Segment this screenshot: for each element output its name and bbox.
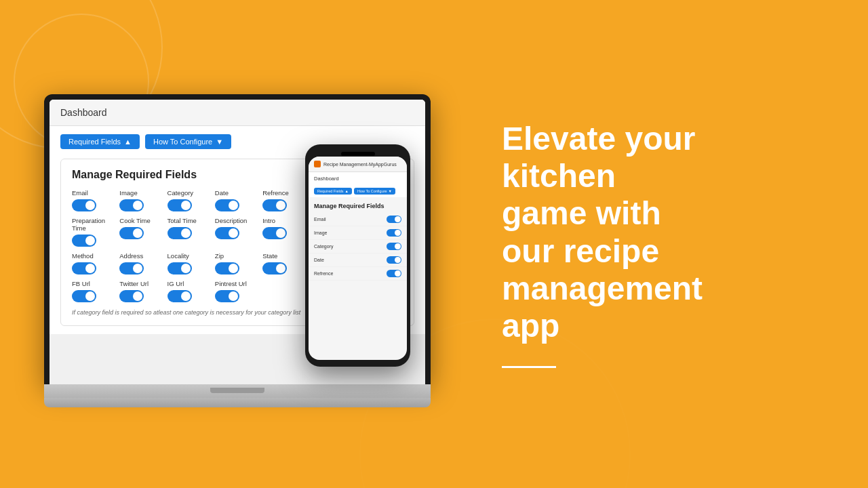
field-email: Email bbox=[72, 189, 117, 211]
toggle-zip[interactable] bbox=[215, 262, 239, 274]
left-section: Dashboard Required Fields ▲ How To Confi… bbox=[0, 0, 475, 488]
toggle-total-time[interactable] bbox=[167, 227, 192, 239]
field-prep-time: Preparation Time bbox=[72, 217, 117, 247]
toggle-method[interactable] bbox=[72, 262, 96, 274]
phone-field-category: Category bbox=[309, 240, 407, 253]
toggle-pintrest-url[interactable] bbox=[215, 290, 239, 302]
field-cook-time: Cook Time bbox=[119, 217, 164, 247]
phone-toggle-image[interactable] bbox=[387, 229, 401, 237]
phone-screen: Recipe Management-MyAppGurus Dashboard R… bbox=[309, 157, 407, 360]
divider-line bbox=[502, 366, 556, 368]
field-total-time: Total Time bbox=[167, 217, 212, 247]
toggle-prep-time[interactable] bbox=[72, 235, 96, 247]
field-address: Address bbox=[119, 252, 164, 274]
how-to-configure-btn[interactable]: How To Configure ▼ bbox=[145, 134, 231, 149]
phone-dashboard-title: Dashboard bbox=[309, 172, 407, 185]
toggle-email[interactable] bbox=[72, 199, 96, 211]
field-refrence: Refrence bbox=[262, 189, 307, 211]
field-intro: Intro bbox=[262, 217, 307, 247]
phone-toggle-email[interactable] bbox=[387, 216, 401, 223]
phone-manage-title: Manage Required Fields bbox=[309, 197, 407, 213]
app-icon bbox=[314, 161, 321, 167]
field-twitter-url: Twitter Url bbox=[119, 280, 164, 302]
field-category: Category bbox=[167, 189, 212, 211]
phone-required-fields-btn[interactable]: Required Fields ▲ bbox=[314, 188, 352, 195]
phone-toggle-date[interactable] bbox=[387, 256, 401, 264]
field-locality: Locality bbox=[167, 252, 212, 274]
state-label: State bbox=[262, 252, 307, 260]
field-method: Method bbox=[72, 252, 117, 274]
phone-ui: Recipe Management-MyAppGurus Dashboard R… bbox=[309, 157, 407, 281]
field-fb-url: FB Url bbox=[72, 280, 117, 302]
phone-btn-row: Required Fields ▲ How To Configure ▼ bbox=[309, 185, 407, 197]
phone-toggle-refrence[interactable] bbox=[387, 270, 401, 277]
phone-chevron-down-icon: ▼ bbox=[389, 189, 392, 193]
phone-toggle-category[interactable] bbox=[387, 243, 401, 250]
toggle-state[interactable] bbox=[262, 262, 287, 274]
field-description: Description bbox=[215, 217, 260, 247]
phone-field-image: Image bbox=[309, 226, 407, 240]
dashboard-header: Dashboard bbox=[50, 100, 425, 126]
field-image: Image bbox=[119, 189, 164, 211]
laptop-notch bbox=[210, 388, 264, 393]
field-date: Date bbox=[215, 189, 260, 211]
toggle-intro[interactable] bbox=[262, 227, 287, 239]
phone-chevron-up-icon: ▲ bbox=[345, 189, 349, 193]
field-state: State bbox=[262, 252, 307, 274]
phone-outer: Recipe Management-MyAppGurus Dashboard R… bbox=[305, 144, 410, 367]
chevron-down-icon: ▼ bbox=[216, 138, 223, 146]
phone-field-refrence: Refrence bbox=[309, 267, 407, 281]
dashboard-title: Dashboard bbox=[60, 107, 107, 118]
right-section: Elevate your kitchen game with our recip… bbox=[475, 0, 868, 488]
laptop: Dashboard Required Fields ▲ How To Confi… bbox=[44, 94, 431, 407]
field-zip: Zip bbox=[215, 252, 260, 274]
toggle-locality[interactable] bbox=[167, 262, 192, 274]
toggle-address[interactable] bbox=[119, 262, 144, 274]
phone: Recipe Management-MyAppGurus Dashboard R… bbox=[305, 144, 410, 367]
phone-field-date: Date bbox=[309, 253, 407, 267]
toggle-cook-time[interactable] bbox=[119, 227, 144, 239]
toggle-twitter-url[interactable] bbox=[119, 290, 144, 302]
toggle-ig-url[interactable] bbox=[167, 290, 192, 302]
phone-how-to-configure-btn[interactable]: How To Configure ▼ bbox=[354, 188, 395, 195]
field-pintrest-url: Pintrest Url bbox=[215, 280, 260, 302]
phone-header: Recipe Management-MyAppGurus bbox=[309, 157, 407, 172]
toggle-refrence[interactable] bbox=[262, 199, 287, 211]
phone-status-bar bbox=[309, 151, 407, 157]
toggle-description[interactable] bbox=[215, 227, 239, 239]
toggle-date[interactable] bbox=[215, 199, 239, 211]
toggle-category[interactable] bbox=[167, 199, 192, 211]
laptop-base bbox=[44, 384, 431, 399]
headline: Elevate your kitchen game with our recip… bbox=[502, 120, 821, 344]
chevron-up-icon: ▲ bbox=[124, 138, 132, 146]
phone-notch bbox=[341, 152, 375, 156]
field-ig-url: IG Url bbox=[167, 280, 212, 302]
laptop-bottom bbox=[44, 398, 431, 407]
toggle-fb-url[interactable] bbox=[72, 290, 96, 302]
toggle-image[interactable] bbox=[119, 199, 144, 211]
phone-field-email: Email bbox=[309, 213, 407, 226]
required-fields-btn[interactable]: Required Fields ▲ bbox=[60, 134, 140, 149]
